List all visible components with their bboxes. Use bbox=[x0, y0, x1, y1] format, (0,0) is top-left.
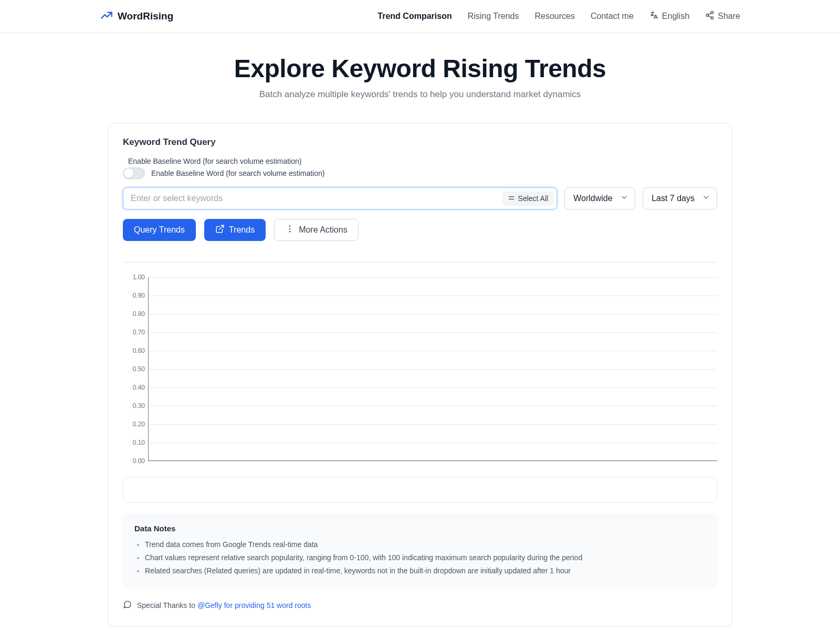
chart-gridline bbox=[148, 406, 717, 406]
more-actions-button[interactable]: More Actions bbox=[274, 219, 358, 241]
external-link-icon bbox=[215, 224, 225, 236]
data-notes-item: Related searches (Related queries) are u… bbox=[145, 564, 706, 578]
thanks-prefix: Special Thanks to bbox=[137, 601, 197, 610]
select-all-button[interactable]: Select All bbox=[502, 192, 554, 206]
chart-ytick: 0.00 bbox=[123, 457, 145, 465]
chart-ytick: 1.00 bbox=[123, 274, 145, 281]
chart-gridline bbox=[148, 461, 717, 461]
nav-language-label: English bbox=[662, 12, 689, 21]
chart-ytick: 0.70 bbox=[123, 329, 145, 336]
data-notes-item: Trend data comes from Google Trends real… bbox=[145, 538, 706, 551]
more-vertical-icon bbox=[285, 224, 295, 236]
chart-ytick: 0.30 bbox=[123, 402, 145, 410]
period-value: Last 7 days bbox=[652, 194, 695, 203]
svg-point-10 bbox=[289, 231, 290, 232]
section-divider bbox=[123, 262, 717, 262]
svg-line-3 bbox=[709, 16, 711, 17]
chart-gridline bbox=[148, 296, 717, 296]
nav-trend-comparison[interactable]: Trend Comparison bbox=[377, 12, 452, 21]
nav-contact[interactable]: Contact me bbox=[591, 12, 634, 21]
keyword-input-container: Select All bbox=[123, 187, 557, 209]
hero: Explore Keyword Rising Trends Batch anal… bbox=[0, 54, 840, 100]
svg-point-9 bbox=[289, 228, 290, 229]
chart-ytick: 0.60 bbox=[123, 347, 145, 354]
query-card: Keyword Trend Query Enable Baseline Word… bbox=[108, 123, 732, 627]
chart-gridline bbox=[148, 351, 717, 351]
chart-ytick: 0.10 bbox=[123, 439, 145, 446]
chart-gridline bbox=[148, 277, 717, 278]
region-value: Worldwide bbox=[573, 194, 612, 203]
nav-share-label: Share bbox=[718, 12, 740, 21]
thanks-link[interactable]: @Gefly for providing 51 word roots bbox=[197, 601, 311, 610]
chevron-down-icon bbox=[702, 193, 710, 204]
svg-line-4 bbox=[709, 13, 711, 15]
data-notes-title: Data Notes bbox=[134, 524, 706, 533]
query-section-title: Keyword Trend Query bbox=[123, 137, 717, 148]
chart-ytick: 0.90 bbox=[123, 292, 145, 299]
page-title: Explore Keyword Rising Trends bbox=[0, 54, 840, 83]
svg-point-8 bbox=[289, 226, 290, 227]
chevron-down-icon bbox=[620, 193, 628, 204]
chart-ytick: 0.50 bbox=[123, 365, 145, 373]
open-trends-button[interactable]: Trends bbox=[204, 219, 266, 241]
chat-icon bbox=[123, 600, 132, 611]
topbar: WordRising Trend Comparison Rising Trend… bbox=[0, 0, 840, 33]
chart-gridline bbox=[148, 424, 717, 425]
svg-line-7 bbox=[219, 225, 223, 229]
chart-ytick: 0.40 bbox=[123, 384, 145, 391]
translate-icon bbox=[649, 10, 659, 22]
query-trends-button[interactable]: Query Trends bbox=[123, 219, 196, 241]
brand-logo-icon bbox=[100, 8, 113, 25]
chart-gridline bbox=[148, 369, 717, 370]
keyword-input[interactable] bbox=[131, 194, 502, 203]
chart-gridline bbox=[148, 332, 717, 333]
brand[interactable]: WordRising bbox=[100, 8, 173, 25]
nav-resources[interactable]: Resources bbox=[535, 12, 575, 21]
nav-rising-trends[interactable]: Rising Trends bbox=[468, 12, 519, 21]
baseline-toggle-text: Enable Baseline Word (for search volume … bbox=[151, 169, 324, 177]
baseline-toggle[interactable] bbox=[123, 167, 145, 179]
more-actions-label: More Actions bbox=[299, 225, 347, 235]
results-placeholder bbox=[123, 477, 717, 503]
chart-gridline bbox=[148, 314, 717, 314]
special-thanks: Special Thanks to @Gefly for providing 5… bbox=[123, 600, 717, 611]
open-trends-label: Trends bbox=[229, 225, 255, 235]
chart-ytick: 0.20 bbox=[123, 421, 145, 428]
query-trends-label: Query Trends bbox=[134, 225, 185, 235]
nav-share[interactable]: Share bbox=[705, 10, 740, 22]
chart-gridline bbox=[148, 387, 717, 388]
share-icon bbox=[705, 10, 715, 22]
data-notes-item: Chart values represent relative search p… bbox=[145, 551, 706, 564]
main-nav: Trend Comparison Rising Trends Resources… bbox=[377, 10, 740, 22]
chart-gridline bbox=[148, 443, 717, 443]
nav-language[interactable]: English bbox=[649, 10, 689, 22]
period-dropdown[interactable]: Last 7 days bbox=[643, 187, 717, 209]
data-notes: Data Notes Trend data comes from Google … bbox=[123, 513, 717, 589]
select-all-label: Select All bbox=[518, 194, 549, 203]
region-dropdown[interactable]: Worldwide bbox=[564, 187, 635, 209]
brand-name: WordRising bbox=[118, 10, 173, 22]
chart-ytick: 0.80 bbox=[123, 310, 145, 318]
list-icon bbox=[508, 194, 515, 203]
trend-chart: 0.000.100.200.300.400.500.600.700.800.90… bbox=[123, 277, 717, 461]
baseline-field-label: Enable Baseline Word (for search volume … bbox=[128, 157, 717, 165]
page-subtitle: Batch analyze multiple keywords' trends … bbox=[0, 89, 840, 100]
